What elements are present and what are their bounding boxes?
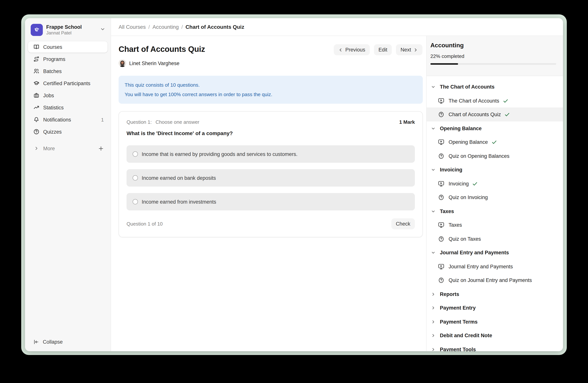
breadcrumb-all-courses[interactable]: All Courses bbox=[119, 24, 146, 30]
outline-section-reports[interactable]: Reports bbox=[427, 287, 563, 301]
chevron-right-icon[interactable] bbox=[33, 146, 39, 151]
chevron-right-icon[interactable] bbox=[430, 320, 436, 324]
chevron-down-icon[interactable] bbox=[430, 85, 436, 89]
outline-item-quiz[interactable]: Quiz on Taxes bbox=[427, 232, 563, 246]
check-button[interactable]: Check bbox=[391, 218, 415, 229]
collapse-sidebar-icon bbox=[33, 339, 39, 345]
check-label: Check bbox=[396, 221, 410, 227]
outline-section-opening-balance[interactable]: Opening Balance bbox=[427, 121, 563, 135]
outline-section-title: Payment Entry bbox=[440, 305, 476, 311]
outline-item-lesson[interactable]: Invoicing bbox=[427, 177, 563, 191]
outline-item-label: Quiz on Journal Entry and Payments bbox=[449, 277, 532, 283]
outline-item-label: The Chart of Accounts bbox=[449, 98, 499, 103]
course-progress-bar bbox=[430, 63, 556, 65]
outline-section-title: Taxes bbox=[440, 208, 454, 214]
sidebar-item-courses[interactable]: Courses bbox=[28, 41, 108, 53]
outline-list: The Chart of Accounts The Chart of Accou… bbox=[427, 76, 563, 351]
next-label: Next bbox=[400, 47, 411, 53]
sidebar-item-label: Courses bbox=[43, 44, 104, 50]
outline-item-label: Opening Balance bbox=[449, 139, 488, 145]
outline-section-invoicing[interactable]: Invoicing bbox=[427, 163, 563, 177]
breadcrumb-accounting[interactable]: Accounting bbox=[152, 24, 179, 30]
chevron-left-icon bbox=[338, 47, 343, 52]
previous-label: Previous bbox=[345, 47, 365, 53]
chevron-down-icon[interactable] bbox=[430, 126, 436, 130]
sidebar-item-certified-participants[interactable]: Certified Participants bbox=[28, 77, 108, 89]
sidebar-item-jobs[interactable]: Jobs bbox=[28, 90, 108, 101]
course-outline-sidebar: Accounting 22% completed The Chart of Ac… bbox=[426, 36, 563, 351]
quiz-icon bbox=[438, 111, 444, 118]
sidebar-more-label[interactable]: More bbox=[43, 146, 98, 151]
outline-section-chart-of-accounts[interactable]: The Chart of Accounts bbox=[427, 80, 563, 94]
radio-icon[interactable] bbox=[133, 151, 138, 157]
question-card: Question 1: Choose one answer 1 Mark Wha… bbox=[119, 111, 423, 237]
outline-item-lesson[interactable]: Taxes bbox=[427, 218, 563, 232]
quiz-icon bbox=[438, 194, 444, 201]
sidebar-item-batches[interactable]: Batches bbox=[28, 65, 108, 77]
answer-option-3[interactable]: Income earned from investments bbox=[126, 193, 415, 211]
outline-section-journal-entry[interactable]: Journal Entry and Payments bbox=[427, 246, 563, 260]
chevron-down-icon[interactable] bbox=[430, 209, 436, 213]
answer-option-1[interactable]: Income that is earned by providing goods… bbox=[126, 145, 415, 163]
previous-button[interactable]: Previous bbox=[334, 44, 370, 55]
course-title: Accounting bbox=[430, 42, 556, 49]
notifications-count-badge: 1 bbox=[101, 117, 104, 122]
sidebar-item-label: Programs bbox=[43, 56, 104, 62]
outline-item-quiz[interactable]: Quiz on Journal Entry and Payments bbox=[427, 273, 563, 287]
radio-icon[interactable] bbox=[133, 175, 138, 181]
sidebar-item-label: Certified Participants bbox=[43, 80, 104, 86]
quiz-icon bbox=[438, 277, 444, 284]
check-icon bbox=[503, 98, 508, 103]
sidebar-item-quizzes[interactable]: Quizzes bbox=[28, 126, 108, 137]
app-window: Frappe School Jannat Patel Courses bbox=[25, 18, 563, 351]
question-instruction: Choose one answer bbox=[156, 119, 199, 125]
chevron-right-icon[interactable] bbox=[430, 333, 436, 338]
left-sidebar: Frappe School Jannat Patel Courses bbox=[25, 18, 111, 351]
outline-item-quiz[interactable]: Quiz on Invoicing bbox=[427, 191, 563, 204]
chevron-right-icon[interactable] bbox=[430, 292, 436, 296]
sidebar-item-label: Jobs bbox=[43, 93, 104, 98]
chevron-down-icon[interactable] bbox=[430, 168, 436, 172]
briefcase-icon bbox=[33, 92, 39, 98]
outline-item-quiz-active[interactable]: Chart of Accounts Quiz bbox=[427, 108, 563, 121]
question-text: What is the 'Direct Income' of a company… bbox=[126, 130, 415, 136]
header-actions: Previous Edit Next bbox=[334, 44, 422, 55]
content-row: Chart of Accounts Quiz Previous Edit bbox=[111, 36, 563, 351]
plus-icon[interactable] bbox=[98, 146, 104, 151]
outline-section-payment-entry[interactable]: Payment Entry bbox=[427, 301, 563, 315]
desktop: Frappe School Jannat Patel Courses bbox=[0, 0, 588, 383]
outline-section-payment-terms[interactable]: Payment Terms bbox=[427, 315, 563, 329]
outline-item-lesson[interactable]: Opening Balance bbox=[427, 135, 563, 149]
route-icon bbox=[33, 56, 39, 62]
quiz-icon bbox=[438, 236, 444, 242]
outline-section-debit-credit-note[interactable]: Debit and Credit Note bbox=[427, 329, 563, 343]
workspace-switcher[interactable]: Frappe School Jannat Patel bbox=[25, 18, 111, 40]
radio-icon[interactable] bbox=[133, 199, 138, 204]
outline-section-taxes[interactable]: Taxes bbox=[427, 204, 563, 218]
lesson-icon bbox=[438, 222, 444, 228]
trending-up-icon bbox=[33, 104, 39, 111]
chevron-right-icon[interactable] bbox=[430, 306, 436, 310]
chevron-down-icon bbox=[100, 26, 105, 33]
answer-option-label: Income earned from investments bbox=[142, 199, 216, 205]
sidebar-collapse-button[interactable]: Collapse bbox=[28, 336, 114, 347]
sidebar-item-label: Batches bbox=[43, 68, 104, 74]
check-icon bbox=[504, 112, 510, 117]
workspace-user: Jannat Patel bbox=[46, 30, 99, 36]
edit-button[interactable]: Edit bbox=[374, 44, 392, 55]
answer-option-2[interactable]: Income earned on bank deposits bbox=[126, 169, 415, 187]
chevron-down-icon[interactable] bbox=[430, 250, 436, 255]
outline-section-title: The Chart of Accounts bbox=[440, 84, 495, 90]
sidebar-item-statistics[interactable]: Statistics bbox=[28, 102, 108, 113]
outline-item-lesson[interactable]: Journal Entry and Payments bbox=[427, 260, 563, 273]
outline-item-quiz[interactable]: Quiz on Opening Balances bbox=[427, 149, 563, 163]
sidebar-item-programs[interactable]: Programs bbox=[28, 53, 108, 65]
outline-section-payment-tools[interactable]: Payment Tools bbox=[427, 343, 563, 351]
breadcrumb-separator: / bbox=[148, 24, 150, 30]
next-button[interactable]: Next bbox=[396, 44, 422, 55]
sidebar-item-label: Notifications bbox=[43, 117, 101, 122]
sidebar-item-notifications[interactable]: Notifications 1 bbox=[28, 114, 108, 125]
chevron-right-icon[interactable] bbox=[430, 347, 436, 351]
outline-item-lesson[interactable]: The Chart of Accounts bbox=[427, 94, 563, 108]
author-row: Linet Sherin Varghese bbox=[119, 59, 422, 67]
